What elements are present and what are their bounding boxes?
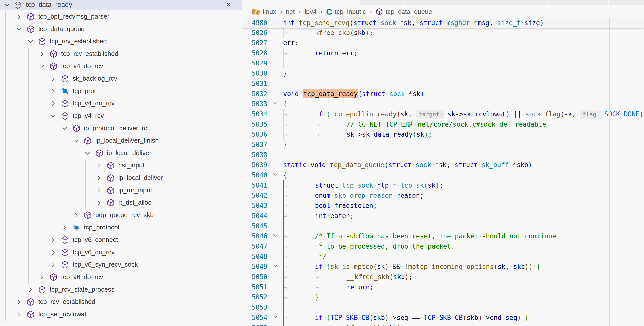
code-line[interactable]: 5052→} — [242, 292, 644, 303]
chevron-right-icon[interactable] — [96, 162, 102, 170]
call-hierarchy-root-item[interactable]: tcp_data_ready ✕ — [0, 0, 242, 10]
tree-item[interactable]: tcp_v4_do_rcv — [0, 98, 242, 110]
code-token: · — [412, 161, 416, 169]
tree-item[interactable]: tcp_data_queue — [0, 23, 242, 35]
code-line[interactable]: 5048→·*/ — [242, 252, 644, 262]
code-line[interactable]: 5032void·tcp_data_ready(struct·sock·*sk) — [242, 89, 644, 99]
tree-item[interactable]: tcp_set_rcvlowat — [0, 308, 242, 321]
code-token: ; — [420, 192, 424, 199]
tree-item[interactable]: tcp_protocol — [0, 222, 242, 234]
code-line[interactable]: 5037} — [242, 140, 644, 150]
fold-chevron-down-icon[interactable] — [267, 313, 283, 323]
chevron-right-icon[interactable] — [61, 224, 68, 232]
chevron-right-icon[interactable] — [27, 286, 34, 294]
tree-item[interactable]: tcp_v4_rcv — [0, 110, 242, 122]
code-line[interactable]: 5051→→return; — [242, 282, 644, 292]
code-line[interactable]: 5031 — [242, 79, 644, 89]
chevron-right-icon[interactable] — [96, 199, 102, 207]
chevron-down-icon[interactable] — [61, 125, 68, 133]
chevron-down-icon[interactable] — [27, 38, 34, 46]
code-line[interactable]: 5026→kfree_skb(skb); — [242, 28, 644, 38]
symbol-method-icon — [14, 1, 22, 10]
code-line[interactable]: 5043→bool·fragstolen; — [242, 201, 644, 211]
chevron-down-icon[interactable] — [16, 26, 22, 33]
tree-item[interactable]: ip_mr_input — [0, 184, 242, 197]
tree-item[interactable]: sk_backlog_rcv — [0, 73, 242, 85]
breadcrumb-item[interactable]: Ctcp_input.c — [326, 7, 366, 17]
code-line[interactable]: 5028→return·err; — [242, 48, 644, 58]
chevron-right-icon[interactable] — [50, 88, 57, 96]
code-line[interactable]: 5030} — [242, 68, 644, 79]
code-line[interactable]: 5036→→sk->sk_data_ready(sk); — [242, 130, 644, 140]
close-icon[interactable]: ✕ — [224, 0, 233, 9]
tree-item[interactable]: ip_local_deliver — [0, 147, 242, 160]
tree-item[interactable]: tcp_v6_do_rcv — [0, 271, 242, 284]
chevron-right-icon[interactable] — [38, 274, 45, 282]
code-line[interactable]: 5027err: — [242, 38, 644, 48]
fold-chevron-down-icon[interactable] — [267, 99, 283, 109]
code-line[interactable]: 5035→→//·CC-NET-TCP·回调·net/core/sock.c#s… — [242, 119, 644, 130]
tree-item[interactable]: tcp_rcv_established — [0, 35, 242, 48]
tree-item[interactable]: tcp_rcv_state_process — [0, 284, 242, 296]
tree-item[interactable]: udp_queue_rcv_skb — [0, 209, 242, 222]
tree-item[interactable]: tcp_prot — [0, 85, 242, 98]
tree-item[interactable]: tcp_v6_syn_recv_sock — [0, 259, 242, 271]
tree-item[interactable]: tcp_v6_connect — [0, 234, 242, 246]
tree-item[interactable]: tcp_v4_do_rcv — [0, 60, 242, 73]
fold-chevron-down-icon[interactable] — [267, 231, 283, 241]
code-line[interactable]: 5034→if·(tcp_epollin_ready(sk,·target:sk… — [242, 109, 644, 119]
chevron-right-icon[interactable] — [96, 187, 102, 195]
code-line[interactable]: 5040 { — [242, 170, 644, 180]
breadcrumb-item[interactable]: net — [286, 8, 295, 16]
code-line[interactable]: 5038 — [242, 150, 644, 160]
tree-item[interactable]: tcp_v6_do_rcv — [0, 246, 242, 259]
code-line[interactable]: 5046 →/*·If·a·subflow·has·been·reset,·th… — [242, 231, 644, 241]
chevron-right-icon[interactable] — [16, 311, 22, 319]
tree-item[interactable]: tcp_rcv_established — [0, 48, 242, 60]
chevron-down-icon[interactable] — [4, 2, 10, 9]
code-line[interactable]: 5047→·*·to·be·processed,·drop·the·packet… — [242, 241, 644, 252]
breadcrumb-item[interactable]: tcp_data_queue — [376, 8, 432, 16]
chevron-right-icon[interactable] — [73, 212, 80, 220]
code-line[interactable]: 5041→struct·tcp_sock·*tp·=·tcp_sk(sk); — [242, 180, 644, 190]
code-line[interactable]: 5049 →if·(sk_is_mptcp(sk)·&&·!mptcp_inco… — [242, 262, 644, 272]
chevron-down-icon[interactable] — [84, 150, 91, 158]
sticky-scroll-line[interactable]: 4980int·tcp_send_rcvq(struct·sock·*sk,·s… — [242, 18, 644, 28]
code-editor[interactable]: linux›net›ipv4›Ctcp_input.c› tcp_data_qu… — [242, 0, 644, 326]
code-line[interactable]: 5054 →if·(TCP_SKB_CB(skb)->seq·==·TCP_SK… — [242, 313, 644, 323]
code-line[interactable]: 4980int·tcp_send_rcvq(struct·sock·*sk,·s… — [242, 18, 644, 28]
code-line[interactable]: 5044→int·eaten; — [242, 211, 644, 221]
tree-item[interactable]: ip_local_deliver — [0, 172, 242, 184]
tree-item[interactable]: ip_protocol_deliver_rcu — [0, 122, 242, 135]
tree-item[interactable]: tcp_rcv_established — [0, 296, 242, 308]
tree-item[interactable]: ip_local_deliver_finish — [0, 135, 242, 147]
chevron-right-icon[interactable] — [50, 262, 57, 269]
chevron-right-icon[interactable] — [50, 237, 57, 244]
chevron-right-icon[interactable] — [16, 299, 22, 306]
chevron-down-icon[interactable] — [38, 63, 45, 71]
chevron-right-icon[interactable] — [50, 249, 57, 257]
chevron-right-icon[interactable] — [96, 175, 102, 182]
chevron-down-icon[interactable] — [50, 113, 57, 120]
code-line[interactable]: 5039static·void·tcp_data_queue(struct·so… — [242, 160, 644, 170]
tree-item[interactable]: rt_dst_alloc — [0, 197, 242, 209]
code-line[interactable]: 5042→enum·skb_drop_reason·reason; — [242, 190, 644, 201]
chevron-right-icon[interactable] — [50, 100, 57, 108]
code-line[interactable]: 5053 — [242, 303, 644, 313]
code-line[interactable]: 5029 — [242, 58, 644, 68]
code-area[interactable]: 5026→kfree_skb(skb);5027err:5028→return·… — [242, 28, 644, 326]
code-line[interactable]: 5045 — [242, 221, 644, 231]
chevron-right-icon[interactable] — [50, 75, 57, 83]
breadcrumb-item[interactable]: ipv4 — [304, 8, 316, 16]
tree-item[interactable]: dst_input — [0, 160, 242, 172]
chevron-down-icon[interactable] — [73, 138, 80, 145]
code-line[interactable]: 5050→→__kfree_skb(skb); — [242, 272, 644, 282]
tree-item[interactable]: tcp_bpf_recvmsg_parser — [0, 11, 242, 23]
chevron-right-icon[interactable] — [16, 13, 22, 21]
fold-chevron-down-icon[interactable] — [267, 170, 283, 180]
chevron-right-icon[interactable] — [38, 51, 45, 58]
fold-chevron-down-icon[interactable] — [267, 262, 283, 272]
code-line[interactable]: 5055→→kfree_skb(skb); — [242, 323, 644, 326]
breadcrumb-item[interactable]: linux — [252, 7, 276, 16]
code-line[interactable]: 5033 { — [242, 99, 644, 109]
